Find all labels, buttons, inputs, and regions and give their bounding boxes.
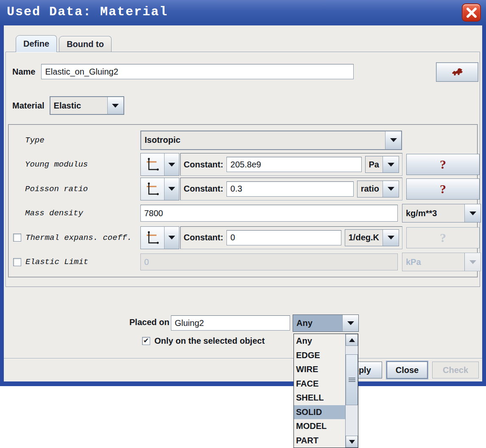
young-help-button[interactable]: ? (406, 154, 480, 175)
scroll-down-button[interactable] (346, 436, 358, 448)
thermal-unit-arrow[interactable] (383, 230, 399, 246)
mass-density-row: Mass density kg/m**3 (12, 201, 473, 226)
young-modulus-label: Young modulus (12, 160, 88, 169)
poisson-ratio-label: Poisson ratio (12, 184, 88, 194)
young-curve-combo-arrow[interactable] (164, 153, 179, 175)
only-selected-checkbox[interactable] (142, 337, 150, 345)
list-item-wire[interactable]: WIRE (294, 362, 345, 377)
chevron-down-icon (388, 163, 394, 167)
list-item-face[interactable]: FACE (294, 377, 345, 391)
poisson-unit-value: ratio (358, 181, 383, 197)
question-icon: ? (440, 157, 446, 172)
young-modulus-row: Young modulus (12, 153, 473, 177)
poisson-ratio-row: Poisson ratio (12, 177, 473, 201)
close-button-label: Close (396, 365, 419, 375)
question-icon: ? (440, 231, 446, 245)
material-combo-arrow[interactable] (107, 97, 123, 114)
material-combo-value: Elastic (50, 97, 107, 114)
young-modulus-input[interactable] (226, 157, 361, 172)
elastic-limit-row: Elastic Limit kPa (12, 250, 473, 275)
shape-type-combo[interactable]: Any (293, 314, 359, 332)
close-icon (466, 7, 477, 18)
name-label: Name (12, 67, 35, 77)
poisson-curve-combo-arrow[interactable] (164, 178, 179, 200)
placed-on-input[interactable] (171, 315, 290, 331)
elastic-limit-unit-combo: kPa (402, 253, 481, 271)
only-selected-label: Only on the selected object (154, 336, 265, 346)
thermal-expansion-input[interactable] (226, 230, 341, 245)
material-dialog: Used Data: Material Define Bound to (0, 0, 486, 386)
chevron-down-icon (388, 236, 394, 239)
young-unit-arrow[interactable] (383, 156, 399, 173)
thermal-unit-value: 1/deg.K (345, 230, 383, 246)
elastic-limit-unit-value: kPa (402, 253, 464, 271)
poisson-unit-combo[interactable]: ratio (357, 181, 399, 198)
elastic-limit-checkbox[interactable] (13, 258, 21, 266)
poisson-curve-type-combo[interactable] (140, 178, 179, 200)
placed-on-row: Placed on Any (4, 314, 482, 332)
define-tab-panel: Name Material Elastic (6, 52, 480, 287)
name-input[interactable] (41, 64, 354, 79)
material-label: Material (12, 101, 45, 111)
chevron-down-icon (347, 321, 354, 325)
dropdown-scrollbar[interactable] (345, 334, 358, 448)
check-button-label: Check (443, 365, 468, 375)
help-button[interactable] (436, 62, 478, 82)
list-item-edge[interactable]: EDGE (294, 348, 345, 363)
shape-type-arrow[interactable] (342, 315, 358, 331)
material-combo[interactable]: Elastic (50, 96, 124, 115)
young-constant-label: Constant: (184, 160, 223, 170)
thermal-unit-combo[interactable]: 1/deg.K (345, 229, 399, 246)
young-curve-type-combo[interactable] (140, 153, 179, 176)
list-item-solid[interactable]: SOLID (294, 405, 345, 420)
mass-density-input[interactable] (140, 205, 398, 222)
mass-density-unit-value: kg/m**3 (402, 204, 464, 222)
grip-icon (349, 378, 355, 382)
chevron-down-icon (388, 187, 394, 191)
thermal-curve-type-combo[interactable] (140, 226, 179, 249)
tab-define-label: Define (23, 39, 49, 49)
type-combo-value: Isotropic (141, 131, 385, 149)
list-item-model[interactable]: MODEL (294, 419, 345, 434)
dialog-title: Used Data: Material (7, 5, 168, 19)
button-bar: Apply Close Check (4, 358, 482, 381)
placed-on-label: Placed on (129, 317, 169, 327)
list-item-label: FACE (296, 379, 318, 389)
list-item-shell[interactable]: SHELL (294, 391, 345, 405)
poisson-unit-arrow[interactable] (383, 181, 399, 197)
thermal-expansion-label: Thermal expans. coeff. (25, 233, 132, 242)
list-item-label: SOLID (296, 407, 322, 417)
type-row: Type Isotropic (12, 128, 473, 153)
type-combo[interactable]: Isotropic (140, 131, 402, 150)
mass-density-unit-arrow[interactable] (464, 204, 480, 222)
list-item-any[interactable]: Any (294, 334, 345, 348)
thermal-curve-combo-arrow[interactable] (164, 227, 179, 249)
poisson-help-button[interactable]: ? (406, 178, 480, 200)
tab-define[interactable]: Define (16, 35, 57, 52)
scrollbar-thumb[interactable] (346, 354, 358, 405)
list-item-part[interactable]: PART (294, 434, 345, 448)
list-item-label: Any (296, 336, 312, 346)
list-item-label: PART (296, 436, 318, 445)
list-item-label: SHELL (296, 393, 324, 403)
thermal-constant-panel: Constant: 1/deg.K (180, 226, 402, 249)
chevron-down-icon (168, 236, 175, 239)
constant-curve-icon (141, 178, 164, 200)
tab-bound-to[interactable]: Bound to (59, 36, 112, 52)
tab-bar: Define Bound to (16, 35, 112, 52)
young-unit-combo[interactable]: Pa (365, 156, 399, 173)
list-item-label: EDGE (296, 351, 320, 360)
thermal-expansion-row: Thermal expans. coeff. (12, 225, 473, 250)
dialog-titlebar[interactable]: Used Data: Material (0, 0, 486, 25)
close-dialog-button[interactable]: Close (387, 362, 427, 378)
name-row: Name (12, 64, 354, 79)
close-button[interactable] (462, 3, 481, 22)
poisson-ratio-input[interactable] (226, 181, 353, 197)
thermal-expansion-checkbox[interactable] (13, 234, 21, 242)
only-selected-row: Only on the selected object (142, 336, 265, 346)
type-label: Type (12, 136, 45, 145)
mass-density-unit-combo[interactable]: kg/m**3 (402, 204, 481, 223)
scroll-up-button[interactable] (346, 334, 358, 346)
type-combo-arrow[interactable] (385, 131, 401, 149)
chevron-down-icon (168, 187, 175, 191)
